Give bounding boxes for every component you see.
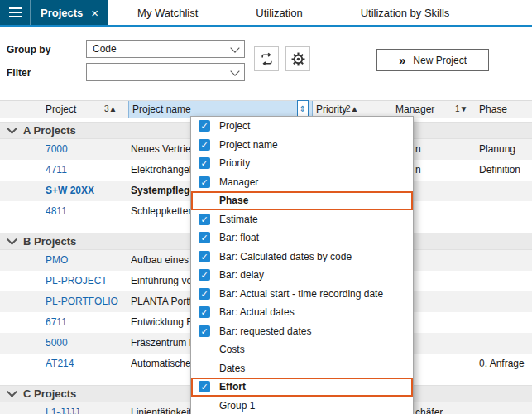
- sort-indicator-priority[interactable]: 2▲: [346, 101, 358, 118]
- menu-item-project[interactable]: ✓Project: [191, 117, 413, 136]
- menu-item-phase[interactable]: Phase: [191, 191, 413, 210]
- checkbox-unchecked[interactable]: [199, 400, 210, 412]
- checkbox-checked-icon[interactable]: ✓: [199, 157, 210, 169]
- menu-item-estimate[interactable]: ✓Estimate: [191, 210, 413, 229]
- new-project-label: New Project: [413, 55, 467, 66]
- column-header-phase[interactable]: Phase: [479, 101, 507, 118]
- menu-item-label: Bar: Actual start - time recording date: [219, 288, 383, 300]
- menu-item-label: Bar: float: [219, 232, 259, 243]
- group-by-label: Group by: [7, 44, 50, 55]
- gear-icon: [291, 52, 305, 66]
- project-id-link[interactable]: 4811: [46, 201, 67, 222]
- project-id-link[interactable]: S+W 20XX: [46, 181, 94, 201]
- checkbox-checked-icon[interactable]: ✓: [199, 120, 210, 132]
- checkbox-checked-icon[interactable]: ✓: [199, 269, 210, 281]
- chevron-down-icon: [230, 43, 239, 52]
- checkbox-checked-icon[interactable]: ✓: [199, 139, 210, 151]
- checkbox-checked-icon[interactable]: ✓: [199, 232, 210, 243]
- tab-bar: Projects × My WatchlistUtilizationUtiliz…: [0, 0, 532, 27]
- collapse-chevron-icon[interactable]: [7, 123, 17, 134]
- project-id-link[interactable]: PL-PORTFOLIO: [46, 291, 118, 312]
- collapse-chevron-icon[interactable]: [7, 234, 17, 245]
- project-id-link[interactable]: 7000: [46, 139, 68, 160]
- menu-item-manager[interactable]: ✓Manager: [191, 173, 413, 192]
- project-name-cell: PLANTA Portfo: [131, 291, 197, 312]
- checkbox-checked-icon[interactable]: ✓: [199, 381, 210, 392]
- project-name-cell: Neues Vertrieb: [131, 139, 196, 160]
- menu-item-bar-delay[interactable]: ✓Bar: delay: [191, 266, 413, 285]
- tab-my-watchlist[interactable]: My Watchlist: [108, 0, 227, 25]
- menu-item-label: Phase: [219, 195, 248, 206]
- phase-cell: Definition: [479, 160, 520, 181]
- inactive-tabs: My WatchlistUtilizationUtilization by Sk…: [108, 0, 478, 25]
- tab-utilization[interactable]: Utilization: [227, 0, 331, 25]
- close-icon[interactable]: ×: [91, 7, 98, 19]
- collapse-chevron-icon[interactable]: [7, 387, 17, 397]
- menu-item-label: Project name: [219, 139, 278, 151]
- refresh-icon: [260, 52, 274, 66]
- menu-item-bar-calculated-dates-by-code[interactable]: ✓Bar: Calculated dates by code: [191, 248, 413, 267]
- column-header-project-name[interactable]: Project name ⇕: [128, 101, 313, 118]
- menu-item-label: Dates: [219, 363, 245, 374]
- project-id-link[interactable]: PL-PROJECT: [46, 271, 108, 291]
- project-name-header-label: Project name: [132, 101, 191, 118]
- filter-dropdown[interactable]: [86, 63, 245, 81]
- refresh-button[interactable]: [254, 46, 279, 71]
- new-project-button[interactable]: » New Project: [376, 49, 489, 71]
- phase-cell: Planung: [479, 139, 515, 160]
- app-window: Projects × My WatchlistUtilizationUtiliz…: [0, 0, 532, 414]
- manager-cell: chäfer: [415, 402, 443, 414]
- menu-item-bar-requested-dates[interactable]: ✓Bar: requested dates: [191, 322, 413, 341]
- column-selection-menu: ✓Project✓Project name✓Priority✓ManagerPh…: [190, 116, 414, 414]
- project-id-link[interactable]: 5000: [46, 333, 68, 354]
- project-id-link[interactable]: PMO: [46, 250, 68, 271]
- checkbox-checked-icon[interactable]: ✓: [199, 306, 210, 318]
- checkbox-checked-icon[interactable]: ✓: [199, 325, 210, 337]
- menu-item-project-name[interactable]: ✓Project name: [191, 136, 413, 155]
- menu-item-group-1[interactable]: Group 1: [191, 397, 413, 414]
- project-name-cell: Linientätigkeit: [131, 402, 191, 414]
- menu-item-label: Costs: [219, 344, 245, 355]
- menu-item-bar-float[interactable]: ✓Bar: float: [191, 229, 413, 248]
- project-name-cell: Systempflege: [131, 181, 195, 201]
- checkbox-checked-icon[interactable]: ✓: [199, 214, 210, 225]
- project-id-link[interactable]: 6711: [46, 312, 67, 333]
- checkbox-checked-icon[interactable]: ✓: [199, 288, 210, 300]
- menu-item-costs[interactable]: Costs: [191, 340, 413, 359]
- project-name-cell: Einführung von: [131, 271, 198, 291]
- project-id-link[interactable]: L1-JJJJ: [46, 402, 79, 414]
- column-header-project[interactable]: Project: [46, 101, 76, 118]
- menu-item-label: Bar: Actual dates: [219, 306, 295, 318]
- menu-item-label: Group 1: [219, 400, 255, 412]
- project-id-link[interactable]: 4711: [46, 160, 67, 181]
- hamburger-icon: [9, 12, 22, 13]
- group-by-value: Code: [93, 43, 117, 55]
- menu-item-priority[interactable]: ✓Priority: [191, 154, 413, 173]
- column-header-manager[interactable]: Manager: [395, 101, 434, 118]
- tab-projects-active[interactable]: Projects ×: [31, 0, 108, 25]
- sort-indicator-project[interactable]: 3▲: [104, 101, 117, 118]
- filter-label: Filter: [7, 67, 31, 79]
- checkbox-checked-icon[interactable]: ✓: [199, 176, 210, 188]
- menu-item-bar-actual-start-time-recording-date[interactable]: ✓Bar: Actual start - time recording date: [191, 285, 413, 304]
- checkbox-unchecked[interactable]: [199, 344, 210, 355]
- menu-item-dates[interactable]: Dates: [191, 359, 413, 378]
- menu-item-label: Effort: [219, 381, 246, 392]
- checkbox-unchecked[interactable]: [199, 363, 210, 374]
- settings-button[interactable]: [285, 46, 310, 71]
- project-id-link[interactable]: AT214: [46, 354, 74, 374]
- checkbox-unchecked[interactable]: [199, 195, 210, 206]
- double-chevron-icon: »: [399, 54, 405, 66]
- sort-indicator-manager[interactable]: 1▼: [455, 101, 467, 118]
- menu-item-label: Manager: [219, 176, 258, 188]
- checkbox-checked-icon[interactable]: ✓: [199, 251, 210, 262]
- menu-item-effort[interactable]: ✓Effort: [191, 378, 413, 397]
- menu-item-bar-actual-dates[interactable]: ✓Bar: Actual dates: [191, 303, 413, 322]
- group-by-dropdown[interactable]: Code: [86, 40, 245, 58]
- menu-item-label: Bar: delay: [219, 269, 264, 281]
- column-header-priority[interactable]: Priority: [316, 101, 347, 118]
- tab-utilization-by-skills[interactable]: Utilization by Skills: [332, 0, 479, 25]
- project-name-cell: Entwicklung Be: [131, 312, 199, 333]
- group-label: C Projects: [23, 388, 76, 400]
- hamburger-menu-button[interactable]: [0, 0, 31, 25]
